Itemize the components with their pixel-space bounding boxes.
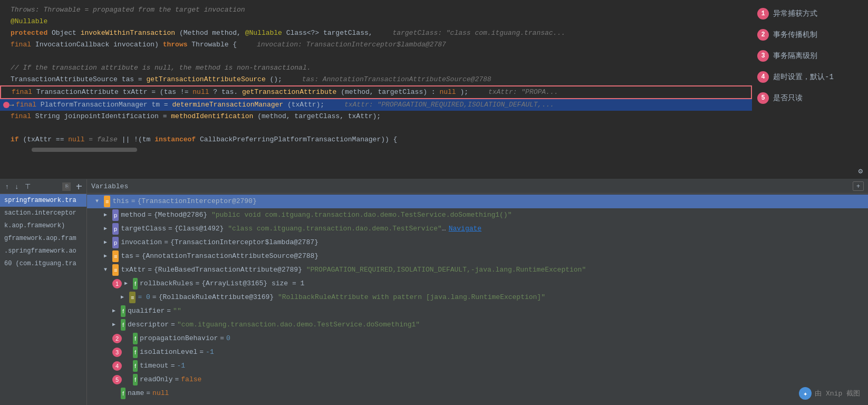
annotation-item-1: 1 异常捕获方式 [757,8,863,20]
var-row-method[interactable]: ▶ p method = {Method@2786} "public void … [87,208,868,222]
code-line: protected Object invokeWithinTransaction… [0,27,752,39]
breakpoint-dot [3,102,9,108]
var-row-tas[interactable]: ▶ ≡ tas = {AnnotationTransactionAttribut… [87,249,868,263]
code-line-content [11,51,752,62]
stack-item[interactable]: .springframework.ao [0,245,86,257]
debugger-area: ↑ ↓ ⊤ ⎘ springframework.tra saction.inte… [0,179,868,405]
var-row-propagation[interactable]: 2 f propagationBehavior = 0 [87,332,868,345]
var-icon-f: f [133,346,138,358]
code-line: // If the transaction attribute is null,… [0,62,752,74]
code-line-tm: → final PlatformTransactionManager tm = … [0,99,752,111]
navigate-link[interactable]: Navigate [449,224,481,234]
xnip-logo: ✦ [799,387,812,400]
var-icon-eq: ≡ [112,250,119,262]
var-icon-f: f [121,319,126,331]
xnip-label: 由 Xnip 截图 [815,389,860,398]
xnip-watermark: ✦ 由 Xnip 截图 [799,387,860,400]
right-sidebar: 1 异常捕获方式 2 事务传播机制 3 事务隔离级别 4 超时设置，默认-1 5… [752,0,868,163]
badge-3: 3 [112,348,122,357]
var-icon-arr: ≡ [129,292,136,303]
var-row-qualifier[interactable]: ▶ f qualifier = "" [87,304,868,318]
code-line-content: Throws: Throwable = propagated from the … [11,5,752,15]
annotation-label-1: 异常捕获方式 [773,9,817,18]
annotation-item-3: 3 事务隔离级别 [757,50,863,62]
badge-2: 2 [112,334,122,343]
call-stack-panel: ↑ ↓ ⊤ ⎘ springframework.tra saction.inte… [0,179,87,405]
annotation-badge-3: 3 [757,50,769,62]
code-line: final String joinpointIdentification = m… [0,111,752,122]
var-icon-f: f [133,360,138,372]
stack-item[interactable]: k.aop.framework) [0,219,86,232]
up-button[interactable]: ↑ [3,181,11,191]
settings-icon[interactable]: ⚙ [859,167,863,176]
code-line-content: protected Object invokeWithinTransaction… [11,28,752,38]
var-icon-p: p [112,209,119,221]
annotation-item-2: 2 事务传播机制 [757,29,863,41]
var-icon-f: f [133,333,138,344]
variables-header: Variables [91,182,128,190]
scrollbar[interactable] [0,148,752,152]
var-row-targetclass[interactable]: ▶ p targetClass = {Class@1492} "class co… [87,222,868,236]
badge-1: 1 [112,279,122,288]
code-line-content: TransactionAttributeSource tas = getTran… [11,74,752,85]
var-icon-p: p [112,237,119,248]
var-row-txattr[interactable]: ▼ ≡ txAttr = {RuleBasedTransactionAttrib… [87,263,868,277]
stack-item[interactable]: springframework.tra [0,194,86,207]
add-variable-button[interactable]: + [853,181,864,191]
code-line: TransactionAttributeSource tas = getTran… [0,74,752,85]
call-stack-toolbar: ↑ ↓ ⊤ ⎘ [0,179,86,194]
annotation-label-3: 事务隔离级别 [773,51,817,61]
var-row-invocation[interactable]: ▶ p invocation = {TransactionInterceptor… [87,236,868,249]
call-stack-items: springframework.tra saction.interceptor … [0,194,86,405]
annotation-badge-2: 2 [757,29,769,41]
variables-content: ▼ ≡ this = {TransactionInterceptor@2790}… [87,194,868,405]
code-line-content: @Nullable [11,16,752,27]
main-container: Throws: Throwable = propagated from the … [0,0,868,405]
code-line-content: final String joinpointIdentification = m… [11,111,752,122]
code-line-content: // If the transaction attribute is null,… [11,63,752,73]
code-editor: Throws: Throwable = propagated from the … [0,0,868,163]
code-line-txattr: final TransactionAttribute txAttr = (tas… [0,85,752,99]
badge-5: 5 [112,375,122,384]
down-button[interactable]: ↓ [13,181,21,191]
arrow-indicator: → [9,100,14,110]
var-row-timeout[interactable]: 4 f timeout = -1 [87,359,868,373]
code-line-content: final InvocationCallback invocation) thr… [11,40,752,50]
code-line [0,122,752,134]
code-line [0,51,752,62]
var-row-rollbackrules[interactable]: 1 ▶ f rollbackRules = {ArrayList@3165} s… [87,277,868,291]
stack-item[interactable]: 60 (com.itguang.tra [0,257,86,270]
code-area: Throws: Throwable = propagated from the … [0,0,752,163]
annotation-badge-4: 4 [757,71,769,83]
code-line: Throws: Throwable = propagated from the … [0,4,752,16]
code-line: @Nullable [0,16,752,27]
var-row-isolation[interactable]: 3 f isolationLevel = -1 [87,345,868,359]
var-row-readonly[interactable]: 5 f readOnly = false [87,373,868,387]
code-line: final InvocationCallback invocation) thr… [0,39,752,51]
annotation-badge-1: 1 [757,8,769,20]
stack-item[interactable]: saction.interceptor [0,207,86,219]
var-icon-this: ≡ [104,196,110,207]
var-row-0[interactable]: ▶ ≡ = 0 = {RollbackRuleAttribute@3169} "… [87,291,868,304]
code-line-content [11,123,752,133]
annotation-item-4: 4 超时设置，默认-1 [757,71,863,83]
code-line-content: if (txAttr == null = false || !(tm insta… [11,134,752,145]
filter-button[interactable]: ⊤ [23,181,33,191]
var-icon-p: p [112,223,119,235]
var-icon-f: f [121,388,126,399]
var-icon-eq: ≡ [112,264,119,276]
var-icon-f: f [133,374,138,385]
var-row-name[interactable]: f name = null [87,387,868,400]
annotation-item-5: 5 是否只读 [757,92,863,104]
var-row-this[interactable]: ▼ ≡ this = {TransactionInterceptor@2790} [87,195,868,208]
code-line-content: final TransactionAttribute txAttr = (tas… [12,87,751,98]
expand-icon[interactable] [75,182,83,191]
variables-panel: Variables + ▼ ≡ this = {TransactionInter… [87,179,868,405]
copy-icon[interactable]: ⎘ [62,182,71,191]
badge-4: 4 [112,361,122,371]
var-row-descriptor[interactable]: ▶ f descriptor = "com.itguang.transactio… [87,318,868,332]
stack-item[interactable]: gframework.aop.fram [0,232,86,245]
code-line: if (txAttr == null = false || !(tm insta… [0,134,752,146]
code-line-content: final PlatformTransactionManager tm = de… [11,100,752,110]
annotation-badge-5: 5 [757,92,769,104]
